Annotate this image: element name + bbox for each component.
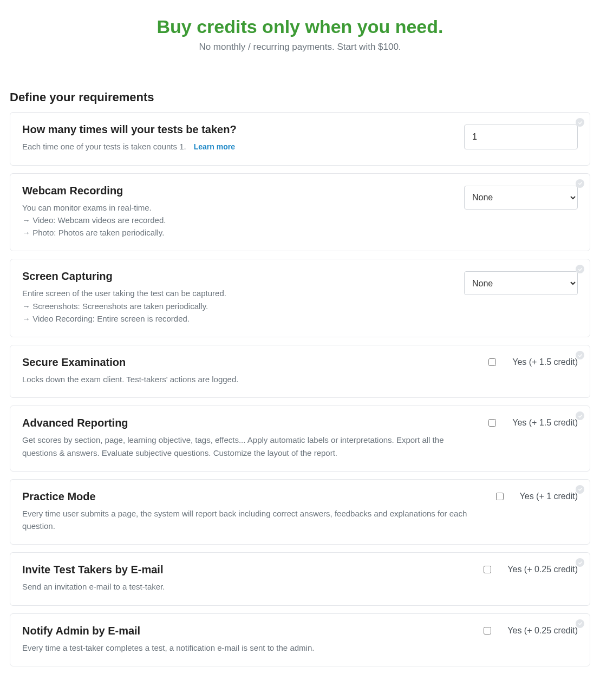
screen-capturing-select[interactable]: None — [464, 271, 578, 295]
card-secure-examination: Secure ExaminationLocks down the exam cl… — [10, 345, 590, 398]
card-desc-line: Send an invitation e-mail to a test-take… — [22, 580, 471, 593]
card-title: How many times will your tests be taken? — [22, 123, 451, 136]
card-control: None — [464, 270, 578, 325]
card-description: Send an invitation e-mail to a test-take… — [22, 580, 471, 593]
card-desc-line: → Screenshots: Screenshots are taken per… — [22, 300, 451, 312]
practice-mode-checkbox-wrap[interactable]: Yes (+ 1 credit) — [496, 492, 578, 501]
card-description: Get scores by section, page, learning ob… — [22, 434, 475, 459]
invite-test-takers-checkbox[interactable] — [484, 566, 491, 573]
card-screen-capturing: Screen CapturingEntire screen of the use… — [10, 259, 590, 337]
card-control: None — [464, 185, 578, 239]
notify-admin-checkbox-label: Yes (+ 0.25 credit) — [507, 626, 578, 636]
practice-mode-checkbox[interactable] — [496, 493, 504, 500]
card-control: Yes (+ 1.5 credit) — [488, 417, 578, 459]
status-check-icon — [576, 118, 584, 127]
card-control: Yes (+ 0.25 credit) — [484, 564, 578, 593]
card-title: Webcam Recording — [22, 185, 451, 197]
status-check-icon — [576, 411, 584, 420]
card-invite-test-takers: Invite Test Takers by E-mailSend an invi… — [10, 552, 590, 605]
card-text: Notify Admin by E-mailEvery time a test-… — [22, 625, 471, 654]
status-check-icon — [576, 265, 584, 273]
card-description: Entire screen of the user taking the tes… — [22, 287, 451, 325]
practice-mode-checkbox-label: Yes (+ 1 credit) — [520, 492, 578, 501]
card-description: Every time a test-taker completes a test… — [22, 642, 471, 654]
card-title: Notify Admin by E-mail — [22, 625, 471, 637]
card-desc-line: → Photo: Photos are taken periodically. — [22, 226, 451, 239]
card-desc-line: Get scores by section, page, learning ob… — [22, 434, 475, 459]
hero: Buy credits only when you need. No month… — [10, 16, 590, 53]
card-text: Screen CapturingEntire screen of the use… — [22, 270, 451, 325]
card-test-count: How many times will your tests be taken?… — [10, 112, 590, 166]
card-webcam-recording: Webcam RecordingYou can monitor exams in… — [10, 173, 590, 252]
card-desc-line: Locks down the exam client. Test-takers'… — [22, 373, 475, 385]
section-title: Define your requirements — [10, 90, 590, 104]
advanced-reporting-checkbox-label: Yes (+ 1.5 credit) — [512, 418, 578, 428]
card-desc-line: → Video Recording: Entire screen is reco… — [22, 312, 451, 325]
advanced-reporting-checkbox[interactable] — [488, 419, 496, 427]
card-text: Secure ExaminationLocks down the exam cl… — [22, 356, 475, 385]
card-title: Invite Test Takers by E-mail — [22, 564, 471, 576]
invite-test-takers-checkbox-wrap[interactable]: Yes (+ 0.25 credit) — [484, 565, 578, 574]
card-title: Secure Examination — [22, 356, 475, 369]
card-text: Webcam RecordingYou can monitor exams in… — [22, 185, 451, 239]
card-control: Yes (+ 1 credit) — [496, 490, 578, 533]
card-text: Practice ModeEvery time user submits a p… — [22, 490, 483, 533]
card-title: Practice Mode — [22, 490, 483, 503]
card-control: Yes (+ 0.25 credit) — [484, 625, 578, 654]
test-count-input[interactable] — [464, 125, 578, 149]
card-text: Invite Test Takers by E-mailSend an invi… — [22, 564, 471, 593]
card-control — [464, 123, 578, 153]
secure-examination-checkbox-label: Yes (+ 1.5 credit) — [512, 357, 578, 367]
card-practice-mode: Practice ModeEvery time user submits a p… — [10, 479, 590, 545]
card-description: You can monitor exams in real-time.→ Vid… — [22, 201, 451, 239]
notify-admin-checkbox-wrap[interactable]: Yes (+ 0.25 credit) — [484, 626, 578, 636]
card-desc-line: Every time user submits a page, the syst… — [22, 507, 483, 533]
card-desc-line: Every time a test-taker completes a test… — [22, 642, 471, 654]
card-advanced-reporting: Advanced ReportingGet scores by section,… — [10, 405, 590, 472]
card-title: Screen Capturing — [22, 270, 451, 283]
status-check-icon — [576, 558, 584, 567]
hero-title: Buy credits only when you need. — [10, 16, 590, 37]
card-description: Each time one of your tests is taken cou… — [22, 140, 451, 153]
card-text: How many times will your tests be taken?… — [22, 123, 451, 153]
hero-subtitle: No monthly / recurring payments. Start w… — [10, 42, 590, 53]
card-title: Advanced Reporting — [22, 417, 475, 429]
status-check-icon — [576, 619, 584, 628]
card-desc-line: Entire screen of the user taking the tes… — [22, 287, 451, 299]
secure-examination-checkbox-wrap[interactable]: Yes (+ 1.5 credit) — [488, 357, 578, 367]
notify-admin-checkbox[interactable] — [484, 627, 491, 634]
secure-examination-checkbox[interactable] — [488, 358, 496, 366]
card-notify-admin: Notify Admin by E-mailEvery time a test-… — [10, 613, 590, 666]
status-check-icon — [576, 485, 584, 494]
card-desc-line: → Video: Webcam videos are recorded. — [22, 214, 451, 226]
card-control: Yes (+ 1.5 credit) — [488, 356, 578, 385]
card-desc-line: You can monitor exams in real-time. — [22, 201, 451, 214]
status-check-icon — [576, 351, 584, 359]
card-description: Locks down the exam client. Test-takers'… — [22, 373, 475, 385]
status-check-icon — [576, 179, 584, 188]
card-desc-line: Each time one of your tests is taken cou… — [22, 140, 451, 153]
learn-more-link[interactable]: Learn more — [194, 142, 235, 151]
invite-test-takers-checkbox-label: Yes (+ 0.25 credit) — [507, 565, 578, 574]
card-text: Advanced ReportingGet scores by section,… — [22, 417, 475, 459]
advanced-reporting-checkbox-wrap[interactable]: Yes (+ 1.5 credit) — [488, 418, 578, 428]
card-description: Every time user submits a page, the syst… — [22, 507, 483, 533]
webcam-recording-select[interactable]: None — [464, 186, 578, 210]
